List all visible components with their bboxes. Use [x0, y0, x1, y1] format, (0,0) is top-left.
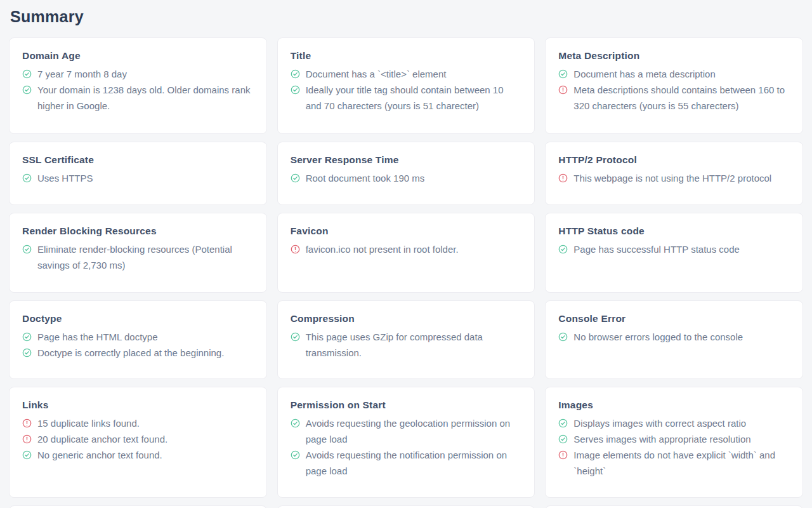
summary-page: Summary Domain Age 7 year 7 month 8 day …	[0, 0, 812, 508]
checklist-item: Root document took 190 ms	[291, 170, 522, 186]
checklist-item: Page has successful HTTP status code	[558, 241, 790, 257]
checklist-item: Serves images with appropriate resolutio…	[558, 431, 790, 447]
card-checklist: Page has the HTML doctype Doctype is cor…	[22, 329, 254, 361]
check-circle-icon	[291, 66, 300, 82]
card-checklist: Displays images with correct aspect rati…	[558, 415, 790, 479]
checklist-item-text: No browser errors logged to the console	[573, 329, 743, 345]
card-checklist: Uses HTTPS	[22, 170, 254, 186]
summary-card: Title Document has a `<title>` element I…	[277, 37, 535, 134]
checklist-item: 20 duplicate anchor text found.	[22, 431, 254, 447]
checklist-item-text: 15 duplicate links found.	[37, 415, 140, 431]
page-title: Summary	[10, 8, 803, 26]
card-title: Meta Description	[558, 50, 790, 62]
summary-card: Favicon favicon.ico not present in root …	[277, 213, 535, 293]
checklist-item: Meta descriptions should contains betwee…	[558, 82, 790, 114]
checklist-item: Uses HTTPS	[22, 170, 254, 186]
card-checklist: 7 year 7 month 8 day Your domain is 1238…	[22, 66, 254, 114]
checklist-item-text: Image elements do not have explicit `wid…	[573, 447, 790, 479]
checklist-item-text: favicon.ico not present in root folder.	[306, 241, 459, 257]
card-checklist: This webpage is not using the HTTP/2 pro…	[558, 170, 790, 186]
card-title: Server Response Time	[291, 154, 522, 166]
card-title: Doctype	[22, 313, 254, 324]
checklist-item: No browser errors logged to the console	[558, 329, 790, 345]
checklist-item: favicon.ico not present in root folder.	[291, 241, 522, 257]
card-title: Links	[22, 399, 254, 411]
check-circle-icon	[22, 447, 32, 463]
checklist-item: Ideally your title tag should contain be…	[291, 82, 522, 114]
checklist-item-text: Page has the HTML doctype	[37, 329, 158, 345]
checklist-item: Document has a `<title>` element	[291, 66, 522, 82]
card-checklist: Root document took 190 ms	[291, 170, 522, 186]
alert-circle-icon	[22, 415, 32, 431]
checklist-item-text: Root document took 190 ms	[306, 170, 425, 186]
alert-circle-icon	[558, 82, 568, 98]
alert-circle-icon	[291, 241, 300, 257]
checklist-item: Avoids requesting the geolocation permis…	[291, 415, 522, 447]
card-title: Permission on Start	[291, 399, 522, 411]
checklist-item-text: Serves images with appropriate resolutio…	[573, 431, 750, 447]
card-title: Render Blocking Resources	[22, 225, 254, 237]
checklist-item-text: Page has successful HTTP status code	[573, 241, 740, 257]
summary-card: HTTP Status code Page has successful HTT…	[545, 213, 803, 293]
card-checklist: favicon.ico not present in root folder.	[291, 241, 522, 257]
card-checklist: Avoids requesting the geolocation permis…	[291, 415, 522, 479]
check-circle-icon	[291, 82, 300, 98]
checklist-item-text: Avoids requesting the geolocation permis…	[306, 415, 522, 447]
card-title: Title	[291, 50, 522, 62]
card-checklist: Eliminate render-blocking resources (Pot…	[22, 241, 254, 273]
check-circle-icon	[558, 66, 568, 82]
summary-card-partial	[545, 505, 803, 508]
check-circle-icon	[558, 431, 568, 447]
checklist-item-text: This webpage is not using the HTTP/2 pro…	[573, 170, 771, 186]
checklist-item: This page uses GZip for compressed data …	[291, 329, 522, 361]
checklist-item-text: Document has a `<title>` element	[306, 66, 447, 82]
checklist-item: Eliminate render-blocking resources (Pot…	[22, 241, 254, 273]
summary-card-partial	[9, 505, 267, 508]
summary-card: SSL Certificate Uses HTTPS	[9, 142, 267, 205]
checklist-item-text: This page uses GZip for compressed data …	[306, 329, 522, 361]
alert-circle-icon	[558, 170, 568, 186]
checklist-item-text: Your domain is 1238 days old. Older doma…	[37, 82, 254, 114]
check-circle-icon	[22, 82, 32, 98]
card-title: SSL Certificate	[22, 154, 254, 166]
summary-card-partial	[277, 505, 535, 508]
card-title: Domain Age	[22, 50, 254, 62]
card-checklist: Document has a `<title>` element Ideally…	[291, 66, 522, 114]
card-title: HTTP/2 Protocol	[558, 154, 790, 166]
checklist-item: Page has the HTML doctype	[22, 329, 254, 345]
summary-card: Images Displays images with correct aspe…	[545, 387, 803, 498]
checklist-item: Document has a meta description	[558, 66, 790, 82]
check-circle-icon	[22, 241, 32, 257]
card-checklist: Page has successful HTTP status code	[558, 241, 790, 257]
summary-card: Render Blocking Resources Eliminate rend…	[9, 213, 267, 293]
summary-card: Meta Description Document has a meta des…	[545, 37, 803, 134]
summary-card: Links 15 duplicate links found. 20 dupli…	[9, 387, 267, 498]
checklist-item: Avoids requesting the notification permi…	[291, 447, 522, 479]
check-circle-icon	[291, 447, 300, 463]
alert-circle-icon	[558, 447, 568, 463]
check-circle-icon	[558, 241, 568, 257]
checklist-item-text: Doctype is correctly placed at the begin…	[37, 345, 224, 361]
card-checklist: This page uses GZip for compressed data …	[291, 329, 522, 361]
summary-card: Domain Age 7 year 7 month 8 day Your dom…	[9, 37, 267, 134]
card-title: Compression	[291, 313, 522, 324]
summary-card: Permission on Start Avoids requesting th…	[277, 387, 535, 498]
checklist-item-text: Meta descriptions should contains betwee…	[573, 82, 790, 114]
card-title: Images	[558, 399, 790, 411]
checklist-item-text: Displays images with correct aspect rati…	[573, 415, 746, 431]
check-circle-icon	[558, 415, 568, 431]
checklist-item-text: Avoids requesting the notification permi…	[306, 447, 522, 479]
check-circle-icon	[558, 329, 568, 345]
check-circle-icon	[22, 345, 32, 361]
checklist-item: No generic anchor text found.	[22, 447, 254, 463]
check-circle-icon	[291, 329, 300, 345]
card-title: Favicon	[291, 225, 522, 237]
summary-card: HTTP/2 Protocol This webpage is not usin…	[545, 142, 803, 205]
summary-card-grid: Domain Age 7 year 7 month 8 day Your dom…	[9, 37, 803, 508]
checklist-item: Image elements do not have explicit `wid…	[558, 447, 790, 479]
check-circle-icon	[291, 415, 300, 431]
checklist-item: This webpage is not using the HTTP/2 pro…	[558, 170, 790, 186]
summary-card: Server Response Time Root document took …	[277, 142, 535, 205]
check-circle-icon	[22, 66, 32, 82]
checklist-item-text: Document has a meta description	[573, 66, 715, 82]
